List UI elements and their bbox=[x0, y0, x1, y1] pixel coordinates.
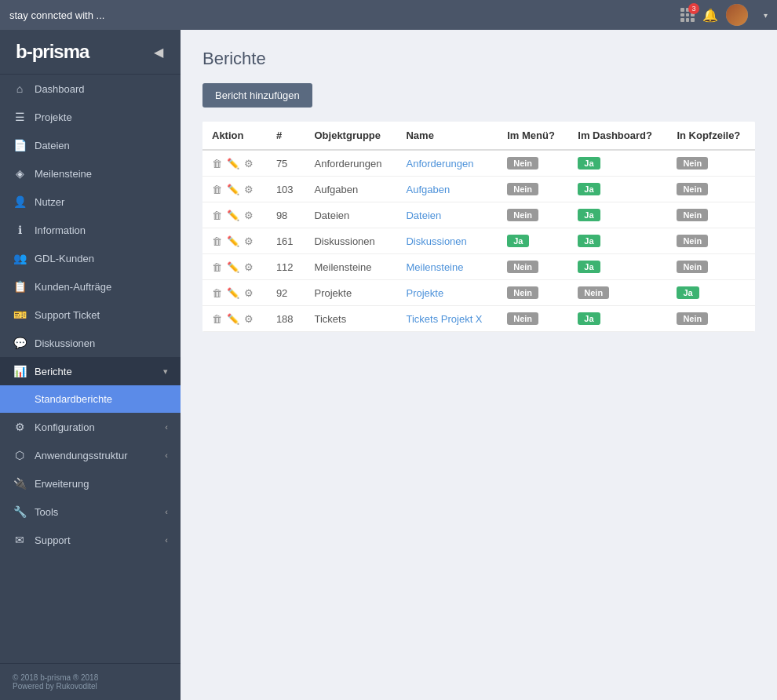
table-cell-im-menu[interactable]: Nein bbox=[498, 202, 568, 228]
edit-icon[interactable]: ✏️ bbox=[227, 313, 239, 325]
table-cell-im-dashboard[interactable]: Ja bbox=[568, 306, 667, 332]
sidebar-item-nutzer[interactable]: 👤 Nutzer bbox=[0, 188, 181, 216]
settings-icon[interactable]: ⚙ bbox=[244, 184, 254, 195]
im-menu-badge[interactable]: Ja bbox=[507, 235, 529, 247]
table-cell-im-menu[interactable]: Nein bbox=[498, 254, 568, 280]
table-cell-in-kopfzeile[interactable]: Nein bbox=[667, 228, 755, 254]
table-cell-im-menu[interactable]: Nein bbox=[498, 150, 568, 177]
sidebar-item-support-ticket[interactable]: 🎫 Support Ticket bbox=[0, 301, 181, 329]
bell-icon[interactable]: 🔔 bbox=[702, 8, 718, 23]
im-menu-badge[interactable]: Nein bbox=[507, 286, 538, 299]
sidebar-item-gdl-kunden[interactable]: 👥 GDL-Kunden bbox=[0, 244, 181, 272]
delete-icon[interactable]: 🗑 bbox=[212, 158, 222, 170]
delete-icon[interactable]: 🗑 bbox=[212, 235, 222, 247]
table-cell-name[interactable]: Aufgaben bbox=[396, 177, 498, 202]
delete-icon[interactable]: 🗑 bbox=[212, 210, 222, 221]
avatar[interactable] bbox=[726, 4, 748, 26]
table-cell-name[interactable]: Diskussionen bbox=[396, 228, 498, 254]
table-cell-im-dashboard[interactable]: Ja bbox=[568, 150, 667, 177]
table-cell-im-menu[interactable]: Nein bbox=[498, 280, 568, 306]
edit-icon[interactable]: ✏️ bbox=[227, 235, 239, 247]
sidebar-item-dateien[interactable]: 📄 Dateien bbox=[0, 131, 181, 159]
settings-icon[interactable]: ⚙ bbox=[244, 158, 254, 170]
sidebar-item-information[interactable]: ℹ Information bbox=[0, 216, 181, 244]
settings-icon[interactable]: ⚙ bbox=[244, 210, 254, 221]
im-menu-badge[interactable]: Nein bbox=[507, 209, 538, 221]
sidebar-item-kunden-auftraege[interactable]: 📋 Kunden-Aufträge bbox=[0, 272, 181, 301]
sidebar-item-tools[interactable]: 🔧 Tools ‹ bbox=[0, 498, 181, 526]
table-cell-name[interactable]: Dateien bbox=[396, 202, 498, 228]
table-cell-im-menu[interactable]: Nein bbox=[498, 306, 568, 332]
table-cell-im-dashboard[interactable]: Ja bbox=[568, 177, 667, 202]
im-dashboard-badge[interactable]: Ja bbox=[578, 261, 600, 273]
im-dashboard-badge[interactable]: Nein bbox=[578, 286, 609, 299]
topbar-caret[interactable]: ▾ bbox=[764, 11, 768, 20]
im-menu-badge[interactable]: Nein bbox=[507, 157, 538, 170]
report-name-link[interactable]: Meilensteine bbox=[406, 261, 463, 273]
sidebar-item-anwendungsstruktur[interactable]: ⬡ Anwendungsstruktur ‹ bbox=[0, 441, 181, 469]
table-cell-in-kopfzeile[interactable]: Nein bbox=[667, 202, 755, 228]
in-kopfzeile-badge[interactable]: Nein bbox=[677, 312, 708, 325]
report-name-link[interactable]: Diskussionen bbox=[406, 235, 466, 247]
im-menu-badge[interactable]: Nein bbox=[507, 261, 538, 273]
table-cell-im-dashboard[interactable]: Ja bbox=[568, 254, 667, 280]
edit-icon[interactable]: ✏️ bbox=[227, 158, 239, 170]
table-cell-name[interactable]: Projekte bbox=[396, 280, 498, 306]
table-cell-im-dashboard[interactable]: Ja bbox=[568, 228, 667, 254]
im-menu-badge[interactable]: Nein bbox=[507, 312, 538, 325]
sidebar-item-meilensteine[interactable]: ◈ Meilensteine bbox=[0, 159, 181, 188]
delete-icon[interactable]: 🗑 bbox=[212, 184, 222, 195]
sidebar-item-berichte[interactable]: 📊 Berichte ▾ bbox=[0, 357, 181, 385]
table-cell-im-dashboard[interactable]: Ja bbox=[568, 202, 667, 228]
table-cell-name[interactable]: Meilensteine bbox=[396, 254, 498, 280]
add-report-button[interactable]: Bericht hinzufügen bbox=[202, 83, 312, 108]
in-kopfzeile-badge[interactable]: Nein bbox=[677, 157, 708, 170]
report-name-link[interactable]: Tickets Projekt X bbox=[406, 313, 482, 325]
sidebar-collapse-button[interactable]: ◀ bbox=[149, 43, 168, 61]
in-kopfzeile-badge[interactable]: Nein bbox=[677, 209, 708, 221]
grid-badge[interactable]: 3 bbox=[680, 8, 695, 22]
in-kopfzeile-badge[interactable]: Ja bbox=[677, 286, 699, 299]
in-kopfzeile-badge[interactable]: Nein bbox=[677, 261, 708, 273]
table-cell-in-kopfzeile[interactable]: Nein bbox=[667, 254, 755, 280]
sidebar-item-projekte[interactable]: ☰ Projekte bbox=[0, 103, 181, 131]
settings-icon[interactable]: ⚙ bbox=[244, 261, 254, 273]
table-cell-in-kopfzeile[interactable]: Nein bbox=[667, 306, 755, 332]
report-name-link[interactable]: Projekte bbox=[406, 287, 443, 299]
sidebar-item-erweiterung[interactable]: 🔌 Erweiterung bbox=[0, 469, 181, 498]
im-dashboard-badge[interactable]: Ja bbox=[578, 312, 600, 325]
settings-icon[interactable]: ⚙ bbox=[244, 313, 254, 325]
table-cell-im-menu[interactable]: Nein bbox=[498, 177, 568, 202]
table-cell-im-menu[interactable]: Ja bbox=[498, 228, 568, 254]
sidebar-item-konfiguration[interactable]: ⚙ Konfiguration ‹ bbox=[0, 413, 181, 441]
sidebar-item-support[interactable]: ✉ Support ‹ bbox=[0, 526, 181, 554]
table-cell-name[interactable]: Anforderungen bbox=[396, 150, 498, 177]
table-cell-im-dashboard[interactable]: Nein bbox=[568, 280, 667, 306]
im-menu-badge[interactable]: Nein bbox=[507, 183, 538, 195]
edit-icon[interactable]: ✏️ bbox=[227, 184, 239, 195]
delete-icon[interactable]: 🗑 bbox=[212, 313, 222, 325]
report-name-link[interactable]: Dateien bbox=[406, 210, 441, 221]
edit-icon[interactable]: ✏️ bbox=[227, 287, 239, 299]
table-cell-name[interactable]: Tickets Projekt X bbox=[396, 306, 498, 332]
report-name-link[interactable]: Aufgaben bbox=[406, 184, 450, 195]
sidebar-item-diskussionen[interactable]: 💬 Diskussionen bbox=[0, 329, 181, 357]
table-cell-in-kopfzeile[interactable]: Ja bbox=[667, 280, 755, 306]
table-cell-in-kopfzeile[interactable]: Nein bbox=[667, 150, 755, 177]
im-dashboard-badge[interactable]: Ja bbox=[578, 183, 600, 195]
settings-icon[interactable]: ⚙ bbox=[244, 287, 254, 299]
table-cell-in-kopfzeile[interactable]: Nein bbox=[667, 177, 755, 202]
sidebar-item-standardberichte[interactable]: Standardberichte bbox=[0, 385, 181, 413]
im-dashboard-badge[interactable]: Ja bbox=[578, 209, 600, 221]
settings-icon[interactable]: ⚙ bbox=[244, 235, 254, 247]
report-name-link[interactable]: Anforderungen bbox=[406, 158, 473, 170]
edit-icon[interactable]: ✏️ bbox=[227, 261, 239, 273]
delete-icon[interactable]: 🗑 bbox=[212, 261, 222, 273]
im-dashboard-badge[interactable]: Ja bbox=[578, 157, 600, 170]
im-dashboard-badge[interactable]: Ja bbox=[578, 235, 600, 247]
delete-icon[interactable]: 🗑 bbox=[212, 287, 222, 299]
sidebar-item-dashboard[interactable]: ⌂ Dashboard bbox=[0, 75, 181, 103]
in-kopfzeile-badge[interactable]: Nein bbox=[677, 235, 708, 247]
edit-icon[interactable]: ✏️ bbox=[227, 210, 239, 221]
in-kopfzeile-badge[interactable]: Nein bbox=[677, 183, 708, 195]
